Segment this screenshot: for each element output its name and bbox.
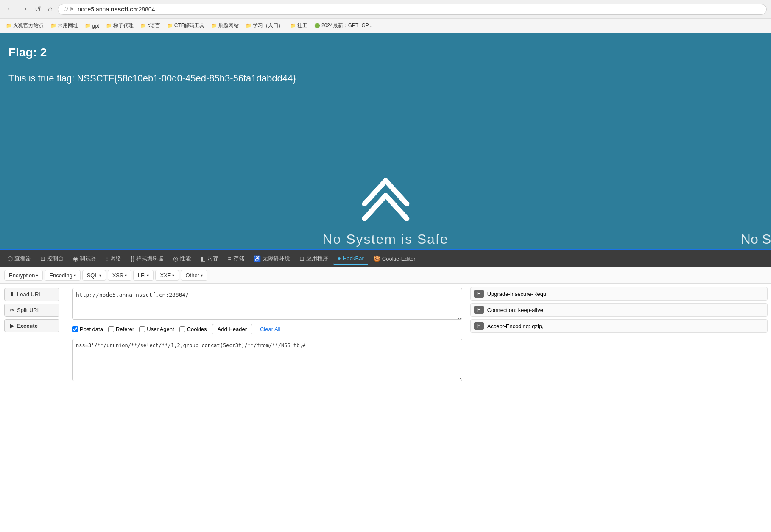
bookmark-huhu[interactable]: 📁 火狐官方站点 (3, 21, 46, 30)
encoding-dropdown-arrow: ▾ (74, 273, 76, 278)
load-url-button[interactable]: ⬇ Load URL (4, 288, 59, 301)
flag-label: Flag: 2 (0, 33, 771, 64)
lfi-dropdown-arrow: ▾ (147, 273, 149, 278)
xxe-dropdown-arrow: ▾ (172, 273, 174, 278)
security-icon: 🛡 ⚑ (63, 6, 74, 12)
logo-svg (352, 164, 419, 231)
back-button[interactable]: ← (4, 3, 15, 15)
header-row-upgrade: H Upgrade-Insecure-Requ (470, 287, 768, 301)
sql-menu[interactable]: SQL ▾ (82, 270, 106, 281)
nav-bar: ← → ↺ ⌂ 🛡 ⚑ node5.anna.nssctf.cn:28804 (0, 0, 771, 19)
bookmark-proxy[interactable]: 📁 梯子代理 (103, 21, 136, 30)
address-bar[interactable]: 🛡 ⚑ node5.anna.nssctf.cn:28804 (58, 4, 767, 15)
post-options: Post data Referer User Agent Cookie (72, 322, 462, 336)
hackbar-buttons: ⬇ Load URL ✂ Split URL ▶ Execute (4, 288, 72, 332)
accessibility-icon: ♿ (254, 255, 261, 262)
bookmark-learn[interactable]: 📁 学习（入门） (243, 21, 286, 30)
application-icon: ⊞ (299, 255, 304, 262)
header-row-accept-encoding: H Accept-Encoding: gzip, (470, 319, 768, 333)
inspector-icon: ⬡ (8, 255, 13, 262)
devtools-tab-style-editor[interactable]: {} 样式编辑器 (126, 252, 168, 265)
performance-icon: ◎ (173, 255, 178, 262)
load-url-icon: ⬇ (10, 291, 14, 298)
flag-value: This is true flag: NSSCTF{58c10eb1-00d0-… (0, 64, 771, 94)
referer-checkbox-label[interactable]: Referer (108, 326, 134, 332)
bookmark-practice[interactable]: 📁 刷题网站 (209, 21, 241, 30)
devtools-tab-network[interactable]: ↕ 网络 (101, 252, 126, 265)
logo-container: No System is Safe (322, 164, 448, 249)
url-textarea[interactable] (72, 288, 462, 320)
hackbar-body: ⬇ Load URL ✂ Split URL ▶ Execute (0, 284, 771, 428)
reload-button[interactable]: ↺ (33, 3, 43, 16)
cookies-checkbox-label[interactable]: Cookies (179, 326, 207, 332)
user-agent-checkbox-label[interactable]: User Agent (139, 326, 174, 332)
home-button[interactable]: ⌂ (46, 3, 54, 15)
xss-menu[interactable]: XSS ▾ (108, 270, 131, 281)
logo-text: No System is Safe (322, 231, 448, 249)
devtools-tab-storage[interactable]: ≡ 存储 (223, 252, 248, 265)
domain-text: nssctf.cn (111, 6, 137, 13)
add-header-button[interactable]: Add Header (212, 324, 252, 334)
header-row-connection: H Connection: keep-alive (470, 303, 768, 317)
hackbar-right: H Upgrade-Insecure-Requ H Connection: ke… (467, 284, 771, 428)
devtools-tab-performance[interactable]: ◎ 性能 (169, 252, 195, 265)
style-editor-icon: {} (131, 255, 134, 262)
other-menu[interactable]: Other ▾ (181, 270, 207, 281)
xss-dropdown-arrow: ▾ (125, 273, 127, 278)
user-agent-checkbox[interactable] (139, 326, 145, 332)
post-data-checkbox[interactable] (72, 326, 78, 332)
cookie-icon: 🍪 (373, 255, 380, 262)
bookmark-social[interactable]: 📁 社工 (288, 21, 310, 30)
bookmark-urls[interactable]: 📁 常用网址 (48, 21, 81, 30)
hackbar-url-row: ⬇ Load URL ✂ Split URL ▶ Execute (4, 288, 462, 424)
devtools-tab-hackbar[interactable]: ● HackBar (333, 252, 368, 265)
hackbar-left: ⬇ Load URL ✂ Split URL ▶ Execute (0, 284, 467, 428)
execute-icon: ▶ (10, 323, 14, 329)
bookmark-ctf[interactable]: 📁 CTF解码工具 (165, 21, 207, 30)
devtools-bar: ⬡ 查看器 ⊡ 控制台 ◉ 调试器 ↕ 网络 {} 样式编辑器 ◎ 性能 ◧ 内… (0, 249, 771, 267)
devtools-tab-inspector[interactable]: ⬡ 查看器 (3, 252, 35, 265)
referer-checkbox[interactable] (108, 326, 114, 332)
hackbar-container: Encryption ▾ Encoding ▾ SQL ▾ XSS ▾ LFI … (0, 267, 771, 428)
logo-text-right: No S (741, 231, 771, 247)
devtools-tab-memory[interactable]: ◧ 内存 (196, 252, 223, 265)
hackbar-url-wrapper: Post data Referer User Agent Cookie (72, 288, 462, 381)
encoding-menu[interactable]: Encoding ▾ (45, 270, 80, 281)
forward-button[interactable]: → (19, 3, 30, 15)
header-label-connection: Connection: keep-alive (487, 307, 543, 313)
debugger-icon: ◉ (73, 255, 78, 262)
header-badge-accept-encoding: H (474, 322, 484, 330)
clear-all-button[interactable]: Clear All (257, 324, 283, 334)
post-data-checkbox-label[interactable]: Post data (72, 326, 103, 332)
cookies-checkbox[interactable] (179, 326, 185, 332)
bookmark-2024[interactable]: 🟢 2024最新：GPT+GP... (312, 21, 375, 30)
sql-dropdown-arrow: ▾ (99, 273, 101, 278)
devtools-tab-console[interactable]: ⊡ 控制台 (36, 252, 68, 265)
devtools-tab-accessibility[interactable]: ♿ 无障碍环境 (249, 252, 294, 265)
post-data-textarea[interactable] (72, 339, 462, 381)
split-url-icon: ✂ (10, 307, 14, 313)
devtools-tab-cookie-editor[interactable]: 🍪 Cookie-Editor (369, 253, 420, 265)
xxe-menu[interactable]: XXE ▾ (155, 270, 179, 281)
hackbar-icon: ● (338, 255, 341, 262)
split-url-button[interactable]: ✂ Split URL (4, 304, 59, 317)
address-text: node5.anna.nssctf.cn:28804 (78, 6, 155, 13)
header-label-accept-encoding: Accept-Encoding: gzip, (487, 323, 544, 329)
lfi-menu[interactable]: LFI ▾ (133, 270, 154, 281)
bookmark-gpt[interactable]: 📁 gpt (82, 22, 102, 30)
encryption-menu[interactable]: Encryption ▾ (4, 270, 43, 281)
execute-button[interactable]: ▶ Execute (4, 319, 59, 332)
page-content: Flag: 2 This is true flag: NSSCTF{58c10e… (0, 33, 771, 249)
other-dropdown-arrow: ▾ (201, 273, 203, 278)
console-icon: ⊡ (40, 255, 45, 262)
bookmarks-bar: 📁 火狐官方站点 📁 常用网址 📁 gpt 📁 梯子代理 📁 c语言 📁 CTF… (0, 19, 771, 33)
encryption-dropdown-arrow: ▾ (36, 273, 38, 278)
storage-icon: ≡ (228, 255, 231, 262)
devtools-tab-application[interactable]: ⊞ 应用程序 (295, 252, 332, 265)
header-badge-upgrade: H (474, 290, 484, 298)
network-icon: ↕ (106, 255, 109, 262)
header-badge-connection: H (474, 306, 484, 314)
memory-icon: ◧ (200, 255, 206, 262)
bookmark-clang[interactable]: 📁 c语言 (138, 21, 163, 30)
devtools-tab-debugger[interactable]: ◉ 调试器 (69, 252, 101, 265)
